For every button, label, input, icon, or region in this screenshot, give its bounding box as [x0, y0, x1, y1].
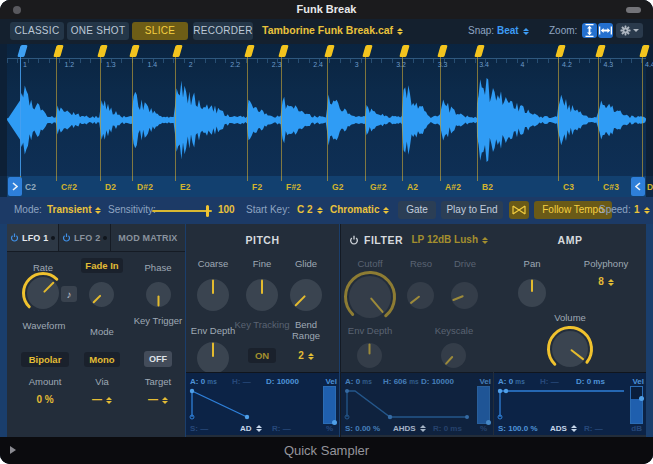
slice-key-label[interactable]: F2 [252, 182, 262, 192]
slice-marker-line[interactable] [281, 57, 282, 176]
gate-button[interactable]: Gate [398, 201, 436, 219]
tab-slice[interactable]: SLICE [132, 22, 188, 40]
slice-marker-line[interactable] [477, 57, 478, 176]
slice-key-label[interactable]: B2 [482, 182, 493, 192]
slice-key-label[interactable]: C#3 [603, 182, 619, 192]
pitch-env-depth-knob[interactable] [196, 341, 230, 375]
slice-marker-line[interactable] [132, 57, 133, 176]
slice-marker-line[interactable] [327, 57, 328, 176]
bend-range-select[interactable]: 2 [282, 350, 330, 361]
slice-key-label[interactable]: D3 [647, 182, 653, 192]
slice-marker-line[interactable] [402, 57, 403, 176]
slice-marker-line[interactable] [175, 57, 176, 176]
pitch-env-vel-slider[interactable] [323, 386, 336, 424]
polarity-select[interactable]: Bipolar [21, 352, 69, 367]
pan-knob[interactable] [517, 278, 547, 308]
slice-marker-line[interactable] [440, 57, 441, 176]
play-to-end-button[interactable]: Play to End [441, 201, 503, 219]
slice-key-label[interactable]: G#2 [370, 182, 387, 192]
pitch-env-mode-select[interactable]: AD [240, 424, 262, 433]
slice-key-label[interactable]: C2 [25, 182, 36, 192]
polyphony-select[interactable]: 8 [578, 276, 634, 287]
slice-key-label[interactable]: C#2 [61, 182, 77, 192]
tab-classic[interactable]: CLASSIC [10, 22, 64, 40]
amp-env-vel-slider[interactable] [630, 386, 643, 424]
mode-select[interactable]: Transient [47, 204, 101, 215]
slice-marker-flag[interactable] [474, 45, 484, 57]
scroll-keys-right-button[interactable] [8, 177, 22, 196]
amp-env-curve[interactable] [496, 386, 628, 422]
filter-envelope-display[interactable]: A: 0 ms H: 606 ms D: 10000 Vel S: 0.00 %… [341, 372, 493, 435]
tab-recorder[interactable]: RECORDER [193, 22, 253, 40]
slice-key-label[interactable]: A2 [407, 182, 418, 192]
slice-marker-flag[interactable] [17, 45, 27, 57]
tab-lfo1[interactable]: LFO 1 [7, 224, 59, 251]
lfo-mode-select[interactable]: Mono [84, 352, 120, 367]
phase-knob[interactable] [145, 281, 172, 308]
filter-env-curve[interactable] [343, 386, 475, 422]
slice-key-label[interactable]: E2 [180, 182, 191, 192]
slice-marker-flag[interactable] [639, 45, 649, 57]
slice-key-label[interactable]: A#2 [445, 182, 461, 192]
slice-marker-line[interactable] [558, 57, 559, 176]
filter-env-vel-slider[interactable] [477, 386, 490, 424]
drive-knob[interactable] [450, 281, 479, 310]
action-menu-button[interactable] [616, 23, 643, 38]
slice-marker-line[interactable] [365, 57, 366, 176]
slice-marker-flag[interactable] [399, 45, 409, 57]
via-select[interactable]: — [75, 394, 129, 405]
sample-file-selector[interactable]: Tamborine Funk Break.caf [262, 24, 403, 36]
tab-mod-matrix[interactable]: MOD MATRIX [111, 224, 185, 251]
pitch-envelope-display[interactable]: A: 0 ms H: — D: 10000 Vel S: — AD R: — % [186, 372, 339, 435]
slice-marker-flag[interactable] [97, 45, 107, 57]
slice-marker-line[interactable] [20, 57, 21, 176]
speed-select[interactable]: 1 [634, 204, 650, 215]
pitch-env-curve[interactable] [188, 386, 320, 422]
slice-marker-flag[interactable] [244, 45, 254, 57]
window-link-control[interactable] [626, 7, 641, 13]
slice-marker-flag[interactable] [362, 45, 372, 57]
slice-marker-line[interactable] [100, 57, 101, 176]
fine-knob[interactable] [245, 278, 279, 312]
slice-key-label[interactable]: D2 [105, 182, 116, 192]
keyscale-knob[interactable] [440, 342, 467, 369]
tab-one-shot[interactable]: ONE SHOT [67, 22, 129, 40]
tab-lfo2[interactable]: LFO 2 [59, 224, 110, 251]
horizontal-zoom-button[interactable] [598, 23, 613, 38]
fade-in-knob[interactable] [88, 281, 115, 308]
slice-marker-flag[interactable] [53, 45, 63, 57]
rate-knob[interactable] [26, 276, 60, 310]
key-trigger-button[interactable]: OFF [144, 351, 172, 367]
filter-type-select[interactable]: LP 12dB Lush [412, 234, 489, 245]
mapping-select[interactable]: Chromatic [330, 204, 389, 215]
key-tracking-button[interactable]: ON [248, 348, 276, 363]
sensitivity-slider[interactable] [152, 210, 212, 212]
slice-marker-line[interactable] [56, 57, 57, 176]
slice-marker-flag[interactable] [324, 45, 334, 57]
slice-marker-flag[interactable] [172, 45, 182, 57]
coarse-knob[interactable] [196, 278, 230, 312]
slice-marker-flag[interactable] [555, 45, 565, 57]
filter-env-depth-knob[interactable] [356, 342, 383, 369]
note-sync-button[interactable]: ♪ [61, 286, 77, 302]
slice-marker-flag[interactable] [278, 45, 288, 57]
amp-envelope-display[interactable]: A: 0 ms H: — D: 0 ms Vel S: 100.0 % ADS … [494, 372, 646, 435]
slice-key-label[interactable]: C3 [563, 182, 574, 192]
volume-knob[interactable] [551, 330, 589, 368]
waveform-display[interactable]: 11.21.31.422.22.32.433.23.33.444.24.34.4 [7, 44, 646, 176]
glide-knob[interactable] [289, 278, 323, 312]
amount-value[interactable]: 0 % [17, 394, 73, 405]
scroll-keys-left-button[interactable] [631, 177, 645, 196]
reso-knob[interactable] [406, 281, 435, 310]
slice-marker-flag[interactable] [595, 45, 605, 57]
vel-handle[interactable] [639, 396, 644, 401]
filter-env-mode-select[interactable]: AHDS [393, 424, 426, 433]
slice-marker-line[interactable] [598, 57, 599, 176]
slice-marker-line[interactable] [642, 57, 643, 176]
target-select[interactable]: — [131, 394, 185, 405]
filter-power-icon[interactable] [349, 235, 359, 245]
amp-env-mode-select[interactable]: ADS [550, 424, 577, 433]
sensitivity-slider-handle[interactable] [206, 205, 209, 217]
fade-mode-select[interactable]: Fade In [81, 258, 123, 273]
slice-key-label[interactable]: G2 [332, 182, 344, 192]
